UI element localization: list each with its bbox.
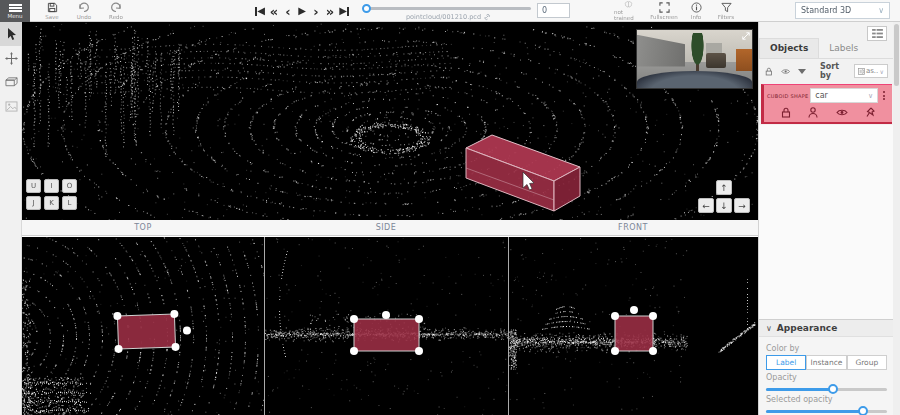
image-tool-button[interactable] [0,94,22,118]
opacity-slider[interactable] [766,388,887,391]
top-toolbar: Menu Save Undo Redo ◀ « ‹ ▶ › » ▶ pointc… [0,0,900,22]
play-button[interactable]: ▶ [296,2,308,20]
redo-icon [110,2,122,13]
arrow-down-button[interactable]: ↓ [716,198,732,213]
sort-order-value: as.. [866,67,878,75]
skip-to-start-button[interactable]: ◀ [254,2,266,20]
move-tool-button[interactable] [0,46,22,70]
key-j-button[interactable]: J [26,196,41,210]
front-view-cuboid[interactable] [615,316,653,351]
redo-button[interactable]: Redo [102,1,130,21]
rotate-handle[interactable] [183,326,191,334]
arrow-up-button[interactable]: ↑ [716,180,732,195]
objects-panel: Objects Labels Sort by as.. ∨ CUBOID SHA… [758,22,893,415]
handle[interactable] [630,306,638,314]
pin-icon[interactable] [865,107,875,118]
chevron-down-icon: ∨ [868,92,873,100]
panel-tabs: Objects Labels [759,35,894,59]
hotkey-buttons: U I O J K L [26,179,77,210]
card-menu-button[interactable] [880,89,888,102]
color-by-label-button[interactable]: Label [766,355,806,370]
lock-icon[interactable] [765,66,773,77]
key-k-button[interactable]: K [44,196,59,210]
selected-opacity-slider-thumb[interactable] [858,406,868,415]
link-icon[interactable] [483,13,491,21]
key-l-button[interactable]: L [62,196,77,210]
panel-scrollbar[interactable] [893,22,900,415]
person-icon[interactable] [808,107,818,118]
playback-controls: ◀ « ‹ ▶ › » ▶ [254,0,350,22]
arrow-right-button[interactable]: → [734,198,750,213]
undo-button[interactable]: Undo [70,1,98,21]
chevron-down-icon: ∨ [880,68,884,75]
tool-rail [0,22,22,415]
tab-objects[interactable]: Objects [759,38,819,58]
handle[interactable] [649,347,657,355]
menu-button[interactable]: Menu [0,0,30,22]
timeline-thumb[interactable] [362,4,371,13]
key-u-button[interactable]: U [26,179,41,193]
class-select[interactable]: car ∨ [810,88,878,103]
cuboid-tool-button[interactable] [0,70,22,94]
top-view-cuboid[interactable] [117,314,175,349]
arrow-left-button[interactable]: ← [698,198,714,213]
brain-icon [622,1,635,8]
handle[interactable] [350,315,358,323]
handle[interactable] [382,311,390,319]
save-label: Save [45,14,59,20]
sort-order-select[interactable]: as.. ∨ [854,64,888,78]
selected-opacity-slider[interactable] [766,410,887,413]
skip-to-end-button[interactable]: ▶ [338,2,350,20]
handle[interactable] [415,347,423,355]
eye-icon[interactable] [836,108,848,117]
save-button[interactable]: Save [38,1,66,21]
main-3d-view[interactable]: U I O J K L ↑ ← ↓ → [22,22,758,220]
thumb-orange-wall [736,49,752,71]
not-trained-label: not trained [614,9,642,21]
tab-labels[interactable]: Labels [819,39,868,58]
camera-photo-thumbnail[interactable] [636,29,753,89]
object-card-car[interactable]: CUBOID SHAPE car ∨ [761,84,892,124]
lock-icon[interactable] [781,107,791,118]
fast-backward-button[interactable]: « [268,2,280,20]
filters-button[interactable]: Filters [712,1,740,21]
step-forward-button[interactable]: › [310,2,322,20]
appearance-header[interactable]: ∨ Appearance [759,320,894,337]
color-by-label: Color by [766,344,887,353]
top-projection-view[interactable] [22,237,264,415]
color-by-group-button[interactable]: Group [847,355,887,370]
view-mode-select[interactable]: Standard 3D ∨ [795,2,890,19]
opacity-slider-thumb[interactable] [828,384,838,394]
handle[interactable] [350,347,358,355]
side-view-cuboid[interactable] [354,319,419,351]
cursor-icon [5,27,17,41]
appearance-section: ∨ Appearance Color by Label Instance Gro… [759,319,894,415]
handle[interactable] [415,315,423,323]
handle[interactable] [611,347,619,355]
side-projection-view[interactable] [265,237,509,415]
filename-text: pointcloud/001210.pcd [406,13,481,21]
top-view-box-overlay [22,237,264,415]
side-view-box-overlay [265,237,509,415]
color-by-segmented-control: Label Instance Group [766,355,887,370]
thumb-truck [706,53,726,68]
color-by-instance-button[interactable]: Instance [806,355,846,370]
frame-number-input[interactable] [537,3,570,18]
fast-forward-button[interactable]: » [324,2,336,20]
handle[interactable] [649,312,657,320]
eye-icon[interactable] [781,67,790,76]
fullscreen-button[interactable]: Fullscreen [650,1,678,21]
timeline-slider[interactable] [366,7,531,10]
select-tool-button[interactable] [0,22,22,46]
step-backward-button[interactable]: ‹ [282,2,294,20]
scrollbar-thumb[interactable] [894,24,899,86]
filter-caret-icon[interactable] [798,69,806,74]
info-button[interactable]: Info [682,1,710,21]
front-projection-view[interactable] [509,237,758,415]
key-o-button[interactable]: O [62,179,77,193]
expand-icon[interactable] [742,32,750,40]
key-i-button[interactable]: I [44,179,59,193]
objects-list-area[interactable] [759,125,894,319]
handle[interactable] [611,312,619,320]
selected-opacity-label: Selected opacity [766,395,887,404]
